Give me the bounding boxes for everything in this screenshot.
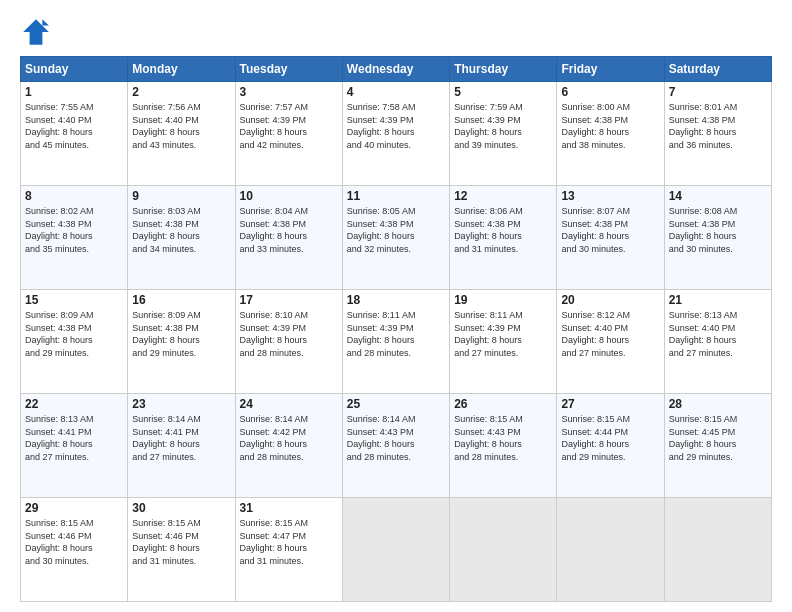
calendar-header-thursday: Thursday <box>450 57 557 82</box>
day-number: 9 <box>132 189 230 203</box>
day-number: 22 <box>25 397 123 411</box>
day-detail: Sunrise: 8:15 AM Sunset: 4:47 PM Dayligh… <box>240 517 338 567</box>
day-number: 27 <box>561 397 659 411</box>
calendar-day-12: 12Sunrise: 8:06 AM Sunset: 4:38 PM Dayli… <box>450 186 557 290</box>
calendar-day-empty <box>557 498 664 602</box>
day-number: 14 <box>669 189 767 203</box>
calendar-day-7: 7Sunrise: 8:01 AM Sunset: 4:38 PM Daylig… <box>664 82 771 186</box>
day-detail: Sunrise: 7:57 AM Sunset: 4:39 PM Dayligh… <box>240 101 338 151</box>
day-number: 1 <box>25 85 123 99</box>
day-detail: Sunrise: 7:55 AM Sunset: 4:40 PM Dayligh… <box>25 101 123 151</box>
day-number: 13 <box>561 189 659 203</box>
calendar-day-18: 18Sunrise: 8:11 AM Sunset: 4:39 PM Dayli… <box>342 290 449 394</box>
calendar-day-27: 27Sunrise: 8:15 AM Sunset: 4:44 PM Dayli… <box>557 394 664 498</box>
day-detail: Sunrise: 8:14 AM Sunset: 4:43 PM Dayligh… <box>347 413 445 463</box>
calendar-week-3: 15Sunrise: 8:09 AM Sunset: 4:38 PM Dayli… <box>21 290 772 394</box>
calendar-day-25: 25Sunrise: 8:14 AM Sunset: 4:43 PM Dayli… <box>342 394 449 498</box>
day-number: 12 <box>454 189 552 203</box>
day-detail: Sunrise: 8:11 AM Sunset: 4:39 PM Dayligh… <box>454 309 552 359</box>
calendar-day-24: 24Sunrise: 8:14 AM Sunset: 4:42 PM Dayli… <box>235 394 342 498</box>
calendar-day-9: 9Sunrise: 8:03 AM Sunset: 4:38 PM Daylig… <box>128 186 235 290</box>
day-detail: Sunrise: 8:03 AM Sunset: 4:38 PM Dayligh… <box>132 205 230 255</box>
calendar-header-row: SundayMondayTuesdayWednesdayThursdayFrid… <box>21 57 772 82</box>
day-number: 16 <box>132 293 230 307</box>
day-number: 10 <box>240 189 338 203</box>
calendar-header-saturday: Saturday <box>664 57 771 82</box>
day-number: 29 <box>25 501 123 515</box>
day-number: 5 <box>454 85 552 99</box>
day-detail: Sunrise: 8:13 AM Sunset: 4:40 PM Dayligh… <box>669 309 767 359</box>
day-detail: Sunrise: 8:15 AM Sunset: 4:46 PM Dayligh… <box>132 517 230 567</box>
calendar-header-tuesday: Tuesday <box>235 57 342 82</box>
day-detail: Sunrise: 8:07 AM Sunset: 4:38 PM Dayligh… <box>561 205 659 255</box>
calendar-day-8: 8Sunrise: 8:02 AM Sunset: 4:38 PM Daylig… <box>21 186 128 290</box>
calendar-day-28: 28Sunrise: 8:15 AM Sunset: 4:45 PM Dayli… <box>664 394 771 498</box>
day-number: 30 <box>132 501 230 515</box>
calendar-day-16: 16Sunrise: 8:09 AM Sunset: 4:38 PM Dayli… <box>128 290 235 394</box>
day-number: 15 <box>25 293 123 307</box>
day-detail: Sunrise: 8:01 AM Sunset: 4:38 PM Dayligh… <box>669 101 767 151</box>
day-detail: Sunrise: 7:59 AM Sunset: 4:39 PM Dayligh… <box>454 101 552 151</box>
calendar-day-20: 20Sunrise: 8:12 AM Sunset: 4:40 PM Dayli… <box>557 290 664 394</box>
calendar-week-4: 22Sunrise: 8:13 AM Sunset: 4:41 PM Dayli… <box>21 394 772 498</box>
calendar-header-friday: Friday <box>557 57 664 82</box>
day-number: 26 <box>454 397 552 411</box>
day-detail: Sunrise: 8:14 AM Sunset: 4:42 PM Dayligh… <box>240 413 338 463</box>
calendar-day-14: 14Sunrise: 8:08 AM Sunset: 4:38 PM Dayli… <box>664 186 771 290</box>
calendar-day-17: 17Sunrise: 8:10 AM Sunset: 4:39 PM Dayli… <box>235 290 342 394</box>
calendar-day-11: 11Sunrise: 8:05 AM Sunset: 4:38 PM Dayli… <box>342 186 449 290</box>
calendar-day-10: 10Sunrise: 8:04 AM Sunset: 4:38 PM Dayli… <box>235 186 342 290</box>
day-detail: Sunrise: 8:05 AM Sunset: 4:38 PM Dayligh… <box>347 205 445 255</box>
day-number: 23 <box>132 397 230 411</box>
day-number: 2 <box>132 85 230 99</box>
day-number: 25 <box>347 397 445 411</box>
day-detail: Sunrise: 7:56 AM Sunset: 4:40 PM Dayligh… <box>132 101 230 151</box>
day-number: 28 <box>669 397 767 411</box>
day-number: 19 <box>454 293 552 307</box>
calendar-day-empty <box>342 498 449 602</box>
calendar-day-13: 13Sunrise: 8:07 AM Sunset: 4:38 PM Dayli… <box>557 186 664 290</box>
day-detail: Sunrise: 8:06 AM Sunset: 4:38 PM Dayligh… <box>454 205 552 255</box>
calendar-week-5: 29Sunrise: 8:15 AM Sunset: 4:46 PM Dayli… <box>21 498 772 602</box>
day-number: 18 <box>347 293 445 307</box>
day-number: 8 <box>25 189 123 203</box>
calendar-table: SundayMondayTuesdayWednesdayThursdayFrid… <box>20 56 772 602</box>
calendar-day-2: 2Sunrise: 7:56 AM Sunset: 4:40 PM Daylig… <box>128 82 235 186</box>
day-number: 6 <box>561 85 659 99</box>
calendar-header-sunday: Sunday <box>21 57 128 82</box>
logo-icon <box>20 16 52 48</box>
day-detail: Sunrise: 8:04 AM Sunset: 4:38 PM Dayligh… <box>240 205 338 255</box>
calendar-header-wednesday: Wednesday <box>342 57 449 82</box>
day-detail: Sunrise: 8:13 AM Sunset: 4:41 PM Dayligh… <box>25 413 123 463</box>
day-number: 7 <box>669 85 767 99</box>
logo <box>20 16 56 48</box>
calendar-day-31: 31Sunrise: 8:15 AM Sunset: 4:47 PM Dayli… <box>235 498 342 602</box>
calendar-day-26: 26Sunrise: 8:15 AM Sunset: 4:43 PM Dayli… <box>450 394 557 498</box>
calendar-day-22: 22Sunrise: 8:13 AM Sunset: 4:41 PM Dayli… <box>21 394 128 498</box>
day-number: 4 <box>347 85 445 99</box>
calendar-day-6: 6Sunrise: 8:00 AM Sunset: 4:38 PM Daylig… <box>557 82 664 186</box>
calendar-day-21: 21Sunrise: 8:13 AM Sunset: 4:40 PM Dayli… <box>664 290 771 394</box>
day-number: 17 <box>240 293 338 307</box>
calendar-day-29: 29Sunrise: 8:15 AM Sunset: 4:46 PM Dayli… <box>21 498 128 602</box>
calendar-day-1: 1Sunrise: 7:55 AM Sunset: 4:40 PM Daylig… <box>21 82 128 186</box>
day-detail: Sunrise: 8:09 AM Sunset: 4:38 PM Dayligh… <box>25 309 123 359</box>
day-detail: Sunrise: 8:00 AM Sunset: 4:38 PM Dayligh… <box>561 101 659 151</box>
day-number: 20 <box>561 293 659 307</box>
day-detail: Sunrise: 8:08 AM Sunset: 4:38 PM Dayligh… <box>669 205 767 255</box>
day-detail: Sunrise: 7:58 AM Sunset: 4:39 PM Dayligh… <box>347 101 445 151</box>
page-header <box>20 16 772 48</box>
day-detail: Sunrise: 8:15 AM Sunset: 4:44 PM Dayligh… <box>561 413 659 463</box>
calendar-day-4: 4Sunrise: 7:58 AM Sunset: 4:39 PM Daylig… <box>342 82 449 186</box>
calendar-day-19: 19Sunrise: 8:11 AM Sunset: 4:39 PM Dayli… <box>450 290 557 394</box>
calendar-day-empty <box>664 498 771 602</box>
day-detail: Sunrise: 8:11 AM Sunset: 4:39 PM Dayligh… <box>347 309 445 359</box>
day-number: 3 <box>240 85 338 99</box>
svg-marker-1 <box>42 19 48 25</box>
calendar-header-monday: Monday <box>128 57 235 82</box>
day-detail: Sunrise: 8:10 AM Sunset: 4:39 PM Dayligh… <box>240 309 338 359</box>
day-detail: Sunrise: 8:15 AM Sunset: 4:45 PM Dayligh… <box>669 413 767 463</box>
day-number: 24 <box>240 397 338 411</box>
day-number: 21 <box>669 293 767 307</box>
calendar-week-1: 1Sunrise: 7:55 AM Sunset: 4:40 PM Daylig… <box>21 82 772 186</box>
